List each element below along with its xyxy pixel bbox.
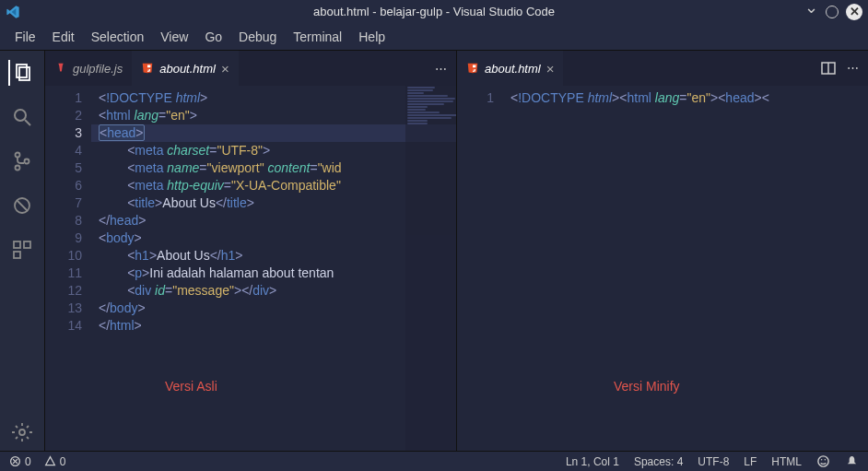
status-feedback-icon[interactable]	[816, 454, 830, 468]
svg-rect-9	[14, 241, 20, 248]
status-spaces[interactable]: Spaces: 4	[634, 454, 683, 468]
svg-rect-10	[24, 241, 30, 248]
tab-bar-right: about.html× ⋯	[457, 51, 868, 86]
more-actions-icon[interactable]: ⋯	[847, 61, 859, 76]
close-button[interactable]: ✕	[846, 4, 862, 20]
svg-point-5	[16, 166, 20, 171]
status-cursor[interactable]: Ln 1, Col 1	[566, 454, 619, 468]
tab-gulpfile-js[interactable]: gulpfile.js	[45, 51, 132, 86]
menu-edit[interactable]: Edit	[45, 28, 82, 46]
svg-point-2	[15, 110, 26, 121]
editor-group: gulpfile.jsabout.html× ⋯ 123456789101112…	[44, 51, 868, 451]
settings-button[interactable]	[9, 425, 35, 451]
vscode-logo-icon	[6, 5, 20, 19]
source-control-tab[interactable]	[9, 148, 35, 174]
activity-bar	[0, 51, 44, 451]
svg-point-18	[818, 456, 828, 466]
tab-close-icon[interactable]: ×	[546, 61, 555, 77]
split-editor-icon[interactable]	[821, 61, 836, 76]
svg-point-20	[825, 459, 827, 461]
svg-rect-0	[17, 65, 27, 77]
svg-point-4	[16, 153, 20, 158]
editor-pane-left: gulpfile.jsabout.html× ⋯ 123456789101112…	[44, 51, 456, 451]
explorer-tab[interactable]	[8, 60, 34, 86]
menu-go[interactable]: Go	[197, 28, 229, 46]
svg-line-3	[25, 120, 30, 125]
code-editor-left[interactable]: 1234567891011121314 <!DOCTYPE html><html…	[45, 86, 456, 451]
status-language[interactable]: HTML	[771, 454, 802, 468]
menu-file[interactable]: File	[7, 28, 43, 46]
gutter-right: 1	[457, 86, 503, 451]
menu-terminal[interactable]: Terminal	[286, 28, 349, 46]
svg-point-6	[25, 159, 29, 164]
warning-icon	[44, 455, 56, 467]
svg-rect-1	[19, 67, 29, 80]
more-actions-icon[interactable]: ⋯	[435, 62, 447, 76]
status-warnings[interactable]: 0	[44, 455, 66, 468]
tab-about-html[interactable]: about.html×	[457, 51, 563, 86]
status-bar: 0 0 Ln 1, Col 1 Spaces: 4 UTF-8 LF HTML	[0, 451, 868, 471]
extensions-tab[interactable]	[9, 237, 35, 263]
error-icon	[9, 455, 21, 467]
search-tab[interactable]	[9, 104, 35, 130]
status-bell-icon[interactable]	[845, 454, 859, 468]
menu-debug[interactable]: Debug	[231, 28, 284, 46]
debug-tab[interactable]	[9, 193, 35, 218]
menu-help[interactable]: Help	[351, 28, 393, 46]
status-eol[interactable]: LF	[744, 454, 757, 468]
minimize-button[interactable]: ⌄	[804, 0, 818, 18]
gutter-left: 1234567891011121314	[45, 86, 91, 451]
svg-line-8	[17, 200, 28, 211]
editor-pane-right: about.html× ⋯ 1 <!DOCTYPE html><html lan…	[456, 51, 868, 451]
svg-point-12	[19, 430, 25, 435]
status-errors[interactable]: 0	[9, 455, 31, 468]
menu-bar: FileEditSelectionViewGoDebugTerminalHelp	[0, 23, 868, 51]
window-title: about.html - belajar-gulp - Visual Studi…	[313, 5, 555, 18]
tab-bar-left: gulpfile.jsabout.html× ⋯	[45, 51, 456, 86]
menu-view[interactable]: View	[153, 28, 195, 46]
svg-point-19	[821, 459, 823, 461]
svg-rect-11	[14, 252, 20, 258]
main-area: gulpfile.jsabout.html× ⋯ 123456789101112…	[0, 51, 868, 451]
tab-close-icon[interactable]: ×	[221, 61, 229, 77]
maximize-button[interactable]	[826, 6, 839, 18]
title-bar: about.html - belajar-gulp - Visual Studi…	[0, 0, 868, 23]
code-editor-right[interactable]: 1 <!DOCTYPE html><html lang="en"><head><…	[457, 86, 868, 451]
minimap-left[interactable]	[405, 86, 456, 451]
tab-about-html[interactable]: about.html×	[132, 51, 238, 86]
menu-selection[interactable]: Selection	[84, 28, 152, 46]
status-encoding[interactable]: UTF-8	[698, 454, 729, 468]
